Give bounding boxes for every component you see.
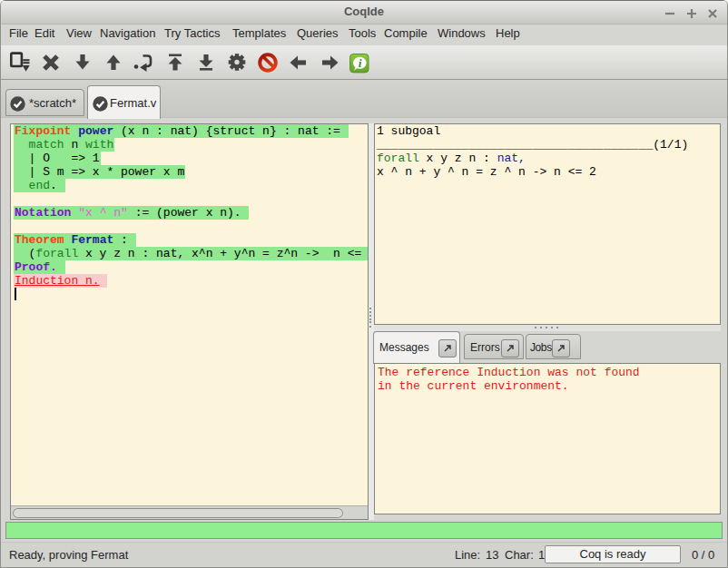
svg-text:i: i [359, 56, 362, 70]
